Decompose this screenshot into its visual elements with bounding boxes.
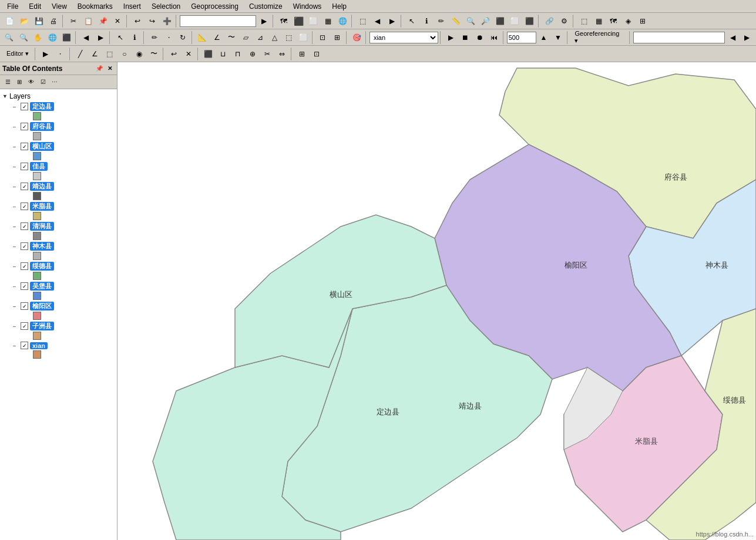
select2-btn[interactable]: ⬛ <box>493 15 507 28</box>
redo-btn[interactable]: ↪ <box>145 15 159 28</box>
undo-btn[interactable]: ↩ <box>130 15 145 28</box>
del-sketch-btn[interactable]: ✕ <box>182 48 196 60</box>
layer-row[interactable]: – 绥德县 <box>12 261 117 271</box>
info-btn[interactable]: ℹ <box>419 15 434 28</box>
next-view-btn[interactable]: ▶ <box>385 15 399 28</box>
search-input[interactable] <box>180 15 256 27</box>
layer-checkbox[interactable] <box>21 242 28 250</box>
menu-geoprocessing[interactable]: Geoprocessing <box>186 1 243 12</box>
t1-btn[interactable]: ⬚ <box>577 15 591 28</box>
clip-btn[interactable]: ✂ <box>260 48 274 60</box>
new-btn[interactable]: 📄 <box>2 15 16 28</box>
layer-checkbox[interactable] <box>21 342 28 349</box>
identify-btn[interactable]: 🔍 <box>463 15 478 28</box>
v3-btn[interactable]: △ <box>267 31 281 44</box>
sel2-btn[interactable]: ↖ <box>113 31 127 44</box>
undo-sketch-btn[interactable]: ↩ <box>167 48 181 60</box>
sketch-line-btn[interactable]: ╱ <box>73 48 88 60</box>
draw-btn[interactable]: ✏ <box>434 15 448 28</box>
t2-btn[interactable]: ▦ <box>592 15 606 28</box>
copy-btn[interactable]: 📋 <box>81 15 95 28</box>
split-btn[interactable]: ⊓ <box>231 48 245 60</box>
flip-btn[interactable]: ⇔ <box>275 48 289 60</box>
reshape-btn[interactable]: ⬛ <box>201 48 216 60</box>
zoom-up-btn[interactable]: ▲ <box>537 31 550 44</box>
pan-btn[interactable]: ✋ <box>31 31 45 44</box>
layer-select[interactable]: xian <box>369 32 438 43</box>
layer-checkbox[interactable] <box>21 262 28 270</box>
union-btn[interactable]: ⊔ <box>216 48 230 60</box>
t3-btn[interactable]: 🗺 <box>606 15 620 28</box>
sketch-curve-btn[interactable]: 〜 <box>147 48 161 60</box>
play-btn[interactable]: ▶ <box>444 31 458 44</box>
layer-row[interactable]: – 米脂县 <box>12 201 117 211</box>
toc-sel-view-btn[interactable]: ☑ <box>38 77 48 87</box>
layer-checkbox[interactable] <box>21 302 28 310</box>
layer-row[interactable]: – 府谷县 <box>12 122 117 131</box>
rec-btn[interactable]: ⏺ <box>473 31 486 44</box>
menu-file[interactable]: File <box>2 1 23 12</box>
save-btn[interactable]: 💾 <box>32 15 46 28</box>
v5-btn[interactable]: ⬜ <box>296 31 310 44</box>
toc-vis-view-btn[interactable]: 👁 <box>26 77 36 87</box>
layer-checkbox[interactable] <box>21 222 28 230</box>
menu-windows[interactable]: Windows <box>288 1 327 12</box>
layer-checkbox[interactable] <box>21 322 28 330</box>
find-btn[interactable]: 🔎 <box>478 15 492 28</box>
open-btn[interactable]: 📂 <box>17 15 31 28</box>
layer-row[interactable]: – 子洲县 <box>12 321 117 331</box>
snap2-btn[interactable]: ⊡ <box>310 48 324 60</box>
map-toggle-btn[interactable]: 🗺 <box>277 15 291 28</box>
globe-btn[interactable]: 🌐 <box>335 15 350 28</box>
prev-view-btn[interactable]: ◀ <box>370 15 384 28</box>
hyper-btn[interactable]: 🔗 <box>542 15 556 28</box>
menu-view[interactable]: View <box>47 1 72 12</box>
v2-btn[interactable]: ⊿ <box>253 31 267 44</box>
angle-btn[interactable]: ∠ <box>210 31 224 44</box>
toc-source-view-btn[interactable]: ⊞ <box>14 77 25 87</box>
toc-list-view-btn[interactable]: ☰ <box>2 77 13 87</box>
snap-btn[interactable]: 🎯 <box>350 31 364 44</box>
html-btn[interactable]: ⚙ <box>557 15 571 28</box>
r1-btn[interactable]: ⊡ <box>316 31 330 44</box>
globe2-btn[interactable]: 🌐 <box>45 31 59 44</box>
layer-row[interactable]: – 靖边县 <box>12 181 117 191</box>
delete-btn[interactable]: ✕ <box>110 15 125 28</box>
menu-help[interactable]: Help <box>327 1 351 12</box>
cut-btn[interactable]: ✂ <box>66 15 80 28</box>
layout-btn[interactable]: ▦ <box>321 15 335 28</box>
sketch-circle-btn[interactable]: ○ <box>117 48 132 60</box>
zoom-out2-btn[interactable]: 🔍 <box>16 31 30 44</box>
georef-next-btn[interactable]: ▶ <box>740 31 754 44</box>
layer-checkbox[interactable] <box>21 143 28 150</box>
info2-btn[interactable]: ℹ <box>127 31 141 44</box>
tool1-btn[interactable]: ⬜ <box>508 15 522 28</box>
layer-row[interactable]: – 横山区 <box>12 141 117 151</box>
georef-btn[interactable]: Georeferencing ▾ <box>570 31 627 44</box>
layer-row[interactable]: – 清涧县 <box>12 221 117 231</box>
v4-btn[interactable]: ⬚ <box>282 31 295 44</box>
v1-btn[interactable]: ▱ <box>238 31 252 44</box>
measure2-btn[interactable]: 📐 <box>196 31 209 44</box>
menu-selection[interactable]: Selection <box>147 1 185 12</box>
fullext-btn[interactable]: ⬛ <box>60 31 73 44</box>
menu-insert[interactable]: Insert <box>119 1 146 12</box>
merge-btn[interactable]: ⊕ <box>246 48 260 60</box>
zoom-extent-btn[interactable]: ⬚ <box>355 15 369 28</box>
curve-btn[interactable]: 〜 <box>224 31 238 44</box>
print-btn[interactable]: 🖨 <box>46 15 61 28</box>
layer-checkbox[interactable] <box>21 203 28 210</box>
zoom-value-input[interactable] <box>507 32 536 43</box>
editor-dropdown-btn[interactable]: Editor ▾ <box>2 48 33 60</box>
rotate-btn[interactable]: ↻ <box>176 31 190 44</box>
layer-checkbox[interactable] <box>21 163 28 170</box>
layer-row[interactable]: – xian <box>12 341 117 350</box>
select-btn[interactable]: ↖ <box>405 15 419 28</box>
zoom-out-btn[interactable]: ⬜ <box>306 15 320 28</box>
sketch-rect-btn[interactable]: ⬚ <box>103 48 117 60</box>
zoom-down-btn[interactable]: ▼ <box>551 31 565 44</box>
layer-row[interactable]: – 榆阳区 <box>12 301 117 311</box>
add-data-btn[interactable]: ➕ <box>160 15 174 28</box>
layer-row[interactable]: – 佳县 <box>12 161 117 171</box>
zoom-in-btn[interactable]: ⬛ <box>291 15 305 28</box>
